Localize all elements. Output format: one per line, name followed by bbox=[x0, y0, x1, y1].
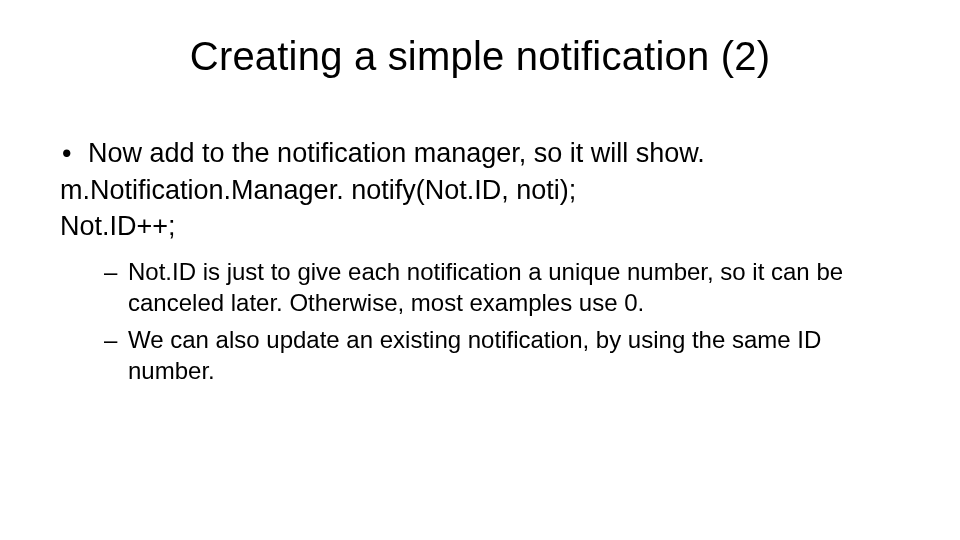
sub-bullets: – Not.ID is just to give each notificati… bbox=[104, 256, 900, 387]
sub-bullet-text: Not.ID is just to give each notification… bbox=[128, 256, 900, 318]
slide-body: • Now add to the notification manager, s… bbox=[60, 136, 900, 392]
bullet-dash-icon: – bbox=[104, 324, 128, 386]
bullet-dash-icon: – bbox=[104, 256, 128, 318]
bullet-level-2: – We can also update an existing notific… bbox=[104, 324, 900, 386]
code-line-2: Not.ID++; bbox=[60, 209, 900, 244]
bullet-level-2: – Not.ID is just to give each notificati… bbox=[104, 256, 900, 318]
bullet-level-1: • Now add to the notification manager, s… bbox=[60, 136, 900, 171]
bullet-text: Now add to the notification manager, so … bbox=[88, 136, 705, 171]
slide: Creating a simple notification (2) • Now… bbox=[0, 0, 960, 540]
code-line-1: m.Notification.Manager. notify(Not.ID, n… bbox=[60, 173, 900, 208]
sub-bullet-text: We can also update an existing notificat… bbox=[128, 324, 900, 386]
bullet-dot-icon: • bbox=[60, 136, 88, 171]
slide-title: Creating a simple notification (2) bbox=[0, 34, 960, 79]
